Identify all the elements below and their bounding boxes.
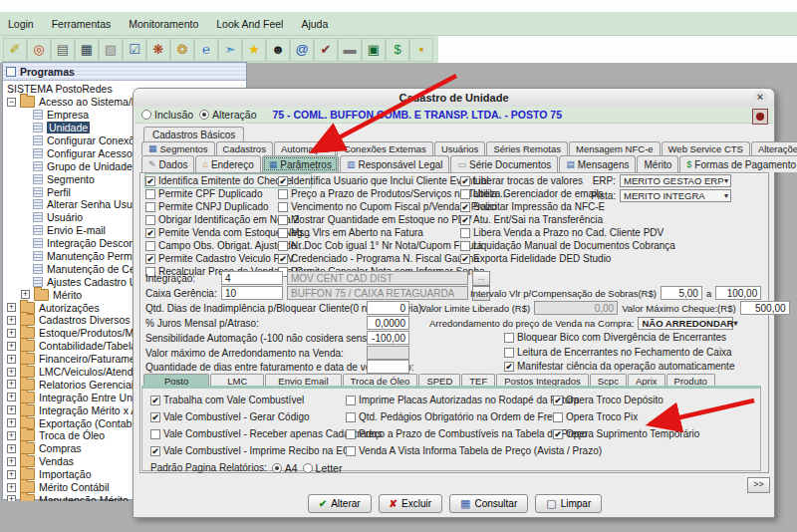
checkbox[interactable] — [145, 189, 155, 199]
checkbox-item[interactable]: Atu. Ent/Sai na Transferência — [460, 213, 675, 226]
consultar-button[interactable]: ▦Consultar — [449, 494, 528, 513]
checkbox[interactable] — [278, 254, 288, 264]
expand-icon[interactable] — [7, 470, 16, 479]
radio-icon[interactable] — [141, 110, 151, 120]
checkbox[interactable] — [278, 228, 288, 238]
tab-endereco[interactable]: ⌂Endereço — [195, 155, 260, 172]
checkbox[interactable] — [278, 176, 288, 186]
toolbar-button-workstation[interactable]: ▦ — [75, 38, 99, 62]
expand-icon[interactable] — [7, 303, 16, 312]
tab-conexoes-externas[interactable]: Conexões Externas — [337, 141, 433, 155]
erp-select[interactable]: MERITO GESTAO ERP▾ — [620, 174, 731, 187]
checkbox[interactable] — [346, 429, 356, 439]
checkbox-item[interactable]: Bloquear Bico com Divergência de Encerra… — [504, 331, 726, 344]
expand-icon[interactable] — [7, 457, 16, 466]
toolbar-button-login-key[interactable]: ✐ — [3, 38, 27, 62]
close-icon[interactable]: × — [753, 91, 767, 105]
sensibilidade-input[interactable]: -100,00 — [367, 331, 409, 345]
checkbox-item[interactable]: Libera Venda a Prazo no Cad. Cliente PDV — [460, 226, 675, 239]
radio-letter[interactable]: Letter — [303, 462, 343, 474]
toolbar-button-email[interactable]: @ — [290, 38, 314, 62]
checkbox[interactable] — [145, 241, 155, 251]
tab-usuarios[interactable]: Usuários — [434, 141, 486, 155]
expand-icon[interactable] — [7, 355, 16, 364]
checkbox[interactable] — [553, 396, 563, 405]
expand-icon[interactable] — [7, 329, 16, 338]
checkbox[interactable] — [460, 189, 470, 199]
checkbox[interactable] — [460, 228, 470, 238]
toolbar-button-bug[interactable]: ❋ — [146, 38, 170, 62]
menu-login[interactable]: Login — [8, 18, 34, 30]
checkbox-item[interactable]: Opera Troco Depósito — [553, 394, 699, 406]
checkbox[interactable] — [278, 215, 288, 225]
expand-icon[interactable] — [21, 290, 30, 299]
excluir-button[interactable]: ✘Excluir — [379, 494, 442, 513]
checkbox[interactable] — [460, 215, 470, 225]
menu-look-and-feel[interactable]: Look And Feel — [216, 18, 283, 30]
toolbar-button-coins[interactable]: ❂ — [170, 38, 194, 62]
toolbar-button-emblem[interactable]: ▣ — [362, 38, 386, 62]
expand-icon[interactable] — [7, 342, 16, 351]
arredondamento-select[interactable]: NÃO ARREDONDAR▾ — [638, 317, 733, 330]
checkbox[interactable] — [145, 202, 155, 212]
checkbox-item[interactable]: Manifestar ciência da operação automatic… — [504, 360, 734, 373]
expand-icon[interactable] — [7, 483, 16, 492]
menu-ferramentas[interactable]: Ferramentas — [52, 18, 112, 30]
juros-input[interactable]: 0,0000 — [367, 316, 409, 330]
toolbar-button-browser[interactable]: ℮ — [194, 38, 218, 62]
tab-dados[interactable]: ✎Dados — [141, 155, 194, 172]
checkbox[interactable] — [504, 362, 514, 372]
tab-series-remotas[interactable]: Séries Remotas — [486, 141, 568, 155]
toolbar-button-cash[interactable]: $ — [386, 38, 409, 62]
checkbox[interactable] — [346, 412, 356, 422]
toolbar-button-favorites[interactable]: ★ — [242, 38, 266, 62]
expand-icon[interactable] — [7, 444, 16, 453]
checkbox[interactable] — [145, 254, 155, 264]
checkbox[interactable] — [460, 241, 470, 251]
programs-panel-titlebar[interactable]: Programas — [3, 63, 246, 81]
checkbox[interactable] — [460, 254, 470, 264]
checkbox[interactable] — [553, 429, 563, 439]
checkbox[interactable] — [150, 429, 160, 439]
menu-monitoramento[interactable]: Monitoramento — [129, 18, 198, 30]
checkbox-item[interactable]: Liquidação Manual de Documentos Cobrança — [460, 239, 675, 252]
tab-formas-pagamento[interactable]: $Formas de Pagamento — [679, 155, 797, 172]
checkbox[interactable] — [553, 412, 563, 422]
checkbox[interactable] — [346, 446, 356, 456]
checkbox[interactable] — [278, 189, 288, 199]
dialog-titlebar[interactable]: Cadastro de Unidade × — [133, 89, 774, 107]
expand-icon[interactable] — [7, 368, 16, 377]
toolbar-button-user-badge[interactable]: ☑ — [123, 38, 146, 62]
checkbox-item[interactable]: Opera Troco Pix — [553, 410, 699, 423]
toolbar-button-compass[interactable]: ➣ — [218, 38, 242, 62]
tab-segmentos[interactable]: ▦Segmentos — [141, 141, 215, 155]
toolbar-button-support[interactable]: ☻ — [266, 38, 290, 62]
limpar-button[interactable]: ▢Limpar — [535, 494, 602, 513]
checkbox[interactable] — [460, 176, 470, 186]
intervalo-to-input[interactable]: 100,00 — [715, 286, 761, 300]
intervalo-from-input[interactable]: 5,00 — [661, 286, 702, 300]
integracao-browse-button[interactable]: ... — [472, 271, 490, 286]
exit-record-button[interactable] — [752, 109, 768, 125]
toolbar-button-keyboard[interactable]: ▬ — [338, 38, 362, 62]
radio-icon[interactable] — [199, 110, 209, 120]
checkbox[interactable] — [150, 412, 160, 422]
expand-icon[interactable] — [7, 380, 16, 389]
toolbar-button-notepad[interactable]: ▧ — [99, 38, 123, 62]
tab-web-service-cts[interactable]: Web Service CTS — [662, 141, 750, 155]
checkbox-item[interactable]: Leitura de Encerrantes no Fechamento de … — [504, 346, 732, 359]
checkbox-item[interactable]: Exporta Fidelidade DED Studio — [460, 252, 675, 265]
tab-merito[interactable]: Mérito — [637, 155, 678, 172]
pista-select[interactable]: MERITO INTEGRA▾ — [620, 189, 731, 202]
checkbox-item[interactable]: Venda A Vista Informa Tabela de Preço (A… — [346, 444, 602, 457]
radio-icon[interactable] — [303, 463, 313, 473]
qtd-dias-fat-input[interactable] — [367, 360, 409, 374]
checkbox[interactable] — [460, 202, 470, 212]
tab-cadastros[interactable]: Cadastros — [216, 141, 273, 155]
toolbar-button-stamp[interactable]: ✔ — [314, 38, 338, 62]
checkbox[interactable] — [504, 333, 514, 343]
expand-icon[interactable] — [7, 495, 16, 501]
tab-mensagens[interactable]: ▤Mensagens — [559, 155, 636, 172]
tab-parametros[interactable]: ▦Parâmetros — [262, 155, 339, 172]
expand-icon[interactable] — [7, 316, 16, 325]
